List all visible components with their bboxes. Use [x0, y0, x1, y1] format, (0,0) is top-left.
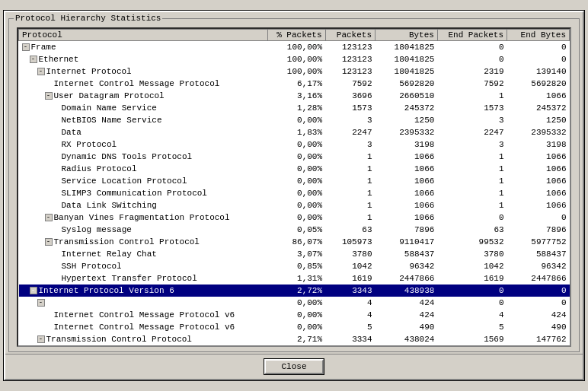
end_packets-cell: 1569: [437, 333, 507, 345]
table-row[interactable]: Dynamic DNS Tools Protocol0,00%110661106…: [19, 151, 570, 163]
table-container[interactable]: Protocol % Packets Packets Bytes End Pac…: [17, 27, 571, 347]
bytes-cell: 490: [375, 321, 438, 333]
packets-cell: 1619: [325, 272, 375, 285]
protocol-name-cell: NetBIOS Name Service: [19, 114, 268, 126]
pct-cell: 0,05%: [268, 224, 325, 236]
end_bytes-cell: 0: [507, 53, 570, 65]
table-row[interactable]: Data1,83%2247239533222472395332: [19, 126, 570, 138]
table-row[interactable]: -User Datagram Protocol3,16%369626605101…: [19, 90, 570, 102]
title-bar: Protocol Hierarchy Statistics Protocol %…: [5, 12, 583, 354]
table-row[interactable]: Internet Relay Chat3,07%3780588437378058…: [19, 248, 570, 260]
end_bytes-cell: 1066: [507, 151, 570, 163]
packets-cell: 105973: [325, 236, 375, 248]
bytes-cell: 96342: [375, 260, 438, 272]
end_packets-cell: 2319: [437, 65, 507, 78]
expand-icon[interactable]: -: [30, 56, 37, 63]
end_bytes-cell: 5692820: [507, 78, 570, 90]
table-row[interactable]: Hypertext Transfer Protocol1,31%16192447…: [19, 272, 570, 285]
end_bytes-cell: 5977752: [507, 236, 570, 248]
bytes-cell: 18041825: [375, 65, 438, 78]
packets-cell: 1: [325, 187, 375, 199]
end_packets-cell: 0: [437, 285, 507, 297]
bytes-cell: 3198: [375, 138, 438, 151]
table-row[interactable]: Domain Name Service1,28%1573245372157324…: [19, 102, 570, 114]
expand-icon[interactable]: -: [45, 238, 53, 246]
expand-icon[interactable]: -: [22, 43, 30, 51]
bytes-cell: 18041825: [375, 41, 438, 54]
packets-cell: 1: [325, 175, 375, 187]
table-row[interactable]: Syslog message0,05%637896637896: [19, 224, 570, 236]
protocol-name-cell: Internet Control Message Protocol v6: [19, 309, 268, 321]
table-row[interactable]: SLIMP3 Communication Protocol0,00%110661…: [19, 187, 570, 199]
table-row[interactable]: Internet Control Message Protocol6,17%75…: [19, 78, 570, 90]
expand-icon[interactable]: -: [30, 287, 37, 294]
packets-cell: 1573: [325, 102, 375, 114]
end_bytes-cell: 96342: [507, 260, 570, 272]
table-row[interactable]: RX Protocol0,00%3319833198: [19, 138, 570, 151]
protocol-name-cell: -Transmission Control Protocol: [19, 333, 268, 345]
table-row[interactable]: SSH Protocol0,85%104296342104296342: [19, 260, 570, 272]
end_bytes-cell: 245372: [507, 102, 570, 114]
packets-cell: 1: [325, 151, 375, 163]
table-row[interactable]: -Frame100,00%1231231804182500: [19, 41, 570, 54]
table-row[interactable]: Internet Relay Chat1,43%1765290262176529…: [19, 345, 570, 347]
table-row[interactable]: Service Location Protocol0,00%1106611066: [19, 175, 570, 187]
close-button[interactable]: Close: [264, 359, 323, 374]
protocol-name-cell: Internet Relay Chat: [19, 248, 268, 260]
protocol-table: Protocol % Packets Packets Bytes End Pac…: [18, 29, 570, 347]
protocol-name-cell: SLIMP3 Communication Protocol: [19, 187, 268, 199]
bytes-cell: 1066: [375, 199, 438, 211]
packets-cell: 3780: [325, 248, 375, 260]
packets-cell: 123123: [325, 41, 375, 54]
table-row[interactable]: -Transmission Control Protocol2,71%33344…: [19, 333, 570, 345]
col-pct-packets: % Packets: [268, 30, 325, 41]
table-row[interactable]: Internet Control Message Protocol v60,00…: [19, 321, 570, 333]
end_packets-cell: 0: [437, 53, 507, 65]
end_bytes-cell: 290262: [507, 345, 570, 347]
expand-icon[interactable]: -: [45, 92, 53, 100]
packets-cell: 1: [325, 211, 375, 224]
bytes-cell: 438938: [375, 285, 438, 297]
table-row[interactable]: Radius Protocol0,00%1106611066: [19, 163, 570, 175]
expand-icon[interactable]: -: [45, 214, 53, 221]
protocol-label: Syslog message: [62, 225, 132, 234]
end_packets-cell: 0: [437, 211, 507, 224]
footer: Close: [5, 354, 583, 379]
packets-cell: 2247: [325, 126, 375, 138]
expand-icon[interactable]: -: [37, 335, 45, 343]
protocol-label: Dynamic DNS Tools Protocol: [62, 152, 193, 161]
table-row[interactable]: NetBIOS Name Service0,00%3125031250: [19, 114, 570, 126]
protocol-name-cell: Syslog message: [19, 224, 268, 236]
packets-cell: 63: [325, 224, 375, 236]
packets-cell: 5: [325, 321, 375, 333]
title-fieldset: Protocol Hierarchy Statistics Protocol %…: [8, 14, 580, 352]
table-row[interactable]: -0,00%442400: [19, 297, 570, 309]
bytes-cell: 18041825: [375, 53, 438, 65]
bytes-cell: 9110417: [375, 236, 438, 248]
table-row[interactable]: Internet Control Message Protocol v60,00…: [19, 309, 570, 321]
pct-cell: 100,00%: [268, 53, 325, 65]
table-row[interactable]: -Internet Protocol Version 62,72%3343438…: [19, 285, 570, 297]
protocol-name-cell: -: [19, 297, 268, 309]
table-row[interactable]: -Transmission Control Protocol86,07%1059…: [19, 236, 570, 248]
table-row[interactable]: -Internet Protocol100,00%123123180418252…: [19, 65, 570, 78]
packets-cell: 123123: [325, 65, 375, 78]
packets-cell: 1765: [325, 345, 375, 347]
table-row[interactable]: Data Link SWitching0,00%1106611066: [19, 199, 570, 211]
end_packets-cell: 99532: [437, 236, 507, 248]
end_bytes-cell: 3198: [507, 138, 570, 151]
table-row[interactable]: -Banyan Vines Fragmentation Protocol0,00…: [19, 211, 570, 224]
col-end-packets: End Packets: [437, 30, 507, 41]
pct-cell: 0,00%: [268, 163, 325, 175]
pct-cell: 2,72%: [268, 285, 325, 297]
table-row[interactable]: -Ethernet100,00%1231231804182500: [19, 53, 570, 65]
expand-icon[interactable]: -: [37, 299, 45, 307]
end_packets-cell: 0: [437, 41, 507, 54]
end_bytes-cell: 1066: [507, 199, 570, 211]
protocol-label: Domain Name Service: [62, 103, 157, 113]
bytes-cell: 588437: [375, 248, 438, 260]
end_packets-cell: 63: [437, 224, 507, 236]
end_bytes-cell: 2447866: [507, 272, 570, 285]
expand-icon[interactable]: -: [37, 68, 45, 75]
end_bytes-cell: 7896: [507, 224, 570, 236]
